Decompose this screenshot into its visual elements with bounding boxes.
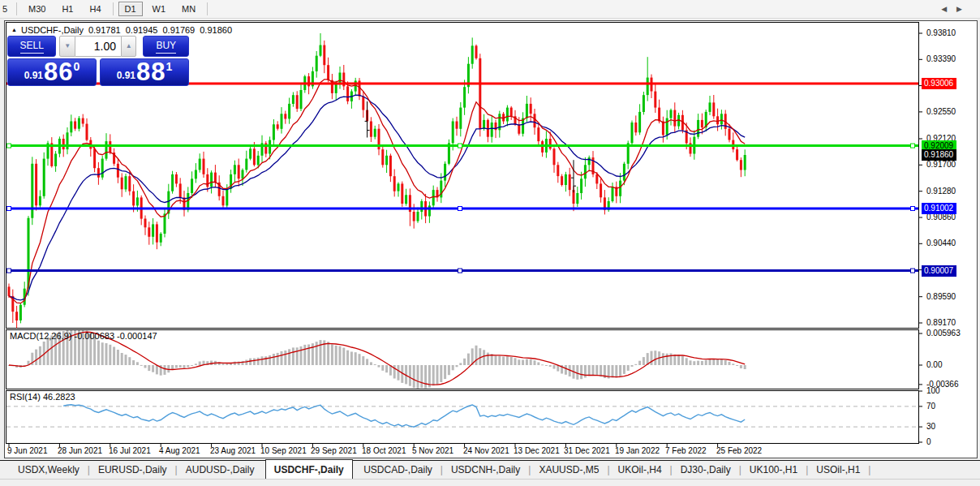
tab-usdchf-daily[interactable]: USDCHF-,Daily	[265, 459, 353, 479]
ohlc-open: 0.91781	[88, 25, 121, 35]
timeframe-button-mn[interactable]: MN	[175, 2, 202, 16]
rsi-tick: 30	[926, 422, 935, 431]
x-axis-label: 25 Feb 2022	[716, 446, 762, 455]
price-tick: 0.89170	[926, 318, 956, 327]
timeframe-button-m30[interactable]: M30	[22, 2, 52, 16]
hline-anchor[interactable]	[911, 144, 915, 148]
macd-tick: 0.005963	[926, 329, 961, 338]
toolbar-separator	[113, 2, 114, 15]
buy-button[interactable]: BUY	[143, 36, 189, 57]
symbol-tab-bar: USDX,Weekly|EURUSD-,Daily|AUDUSD-,Daily …	[0, 460, 980, 479]
timeframe-button-w1[interactable]: W1	[146, 2, 173, 16]
hline-anchor[interactable]	[7, 144, 11, 148]
hline-anchor[interactable]	[458, 207, 462, 211]
x-axis-label: 24 Nov 2021	[463, 446, 509, 455]
x-axis-label: 10 Sep 2021	[260, 446, 307, 455]
rsi-tick: 100	[926, 386, 940, 395]
price-tick: 0.91700	[926, 160, 956, 169]
hline-anchor[interactable]	[458, 269, 462, 273]
tab-scroll-arrows: ◀▶	[941, 5, 972, 13]
x-axis-label: 18 Oct 2021	[362, 446, 406, 455]
price-tick: 0.90440	[926, 239, 956, 247]
toolbar-separator	[207, 2, 208, 15]
x-axis-label: 16 Jul 2021	[109, 446, 151, 455]
current-price-tag: 0.91860	[922, 149, 956, 161]
tab-ukoil-h4[interactable]: UKOil-,H4	[610, 462, 670, 479]
sell-price-pips: 86	[44, 60, 73, 84]
ohlc-close: 0.91860	[200, 25, 232, 35]
rsi-panel[interactable]	[6, 391, 919, 444]
tab-usdcnh-daily[interactable]: USDCNH-,Daily	[443, 462, 528, 479]
rsi-indicator-label: RSI(14) 46.2823	[10, 392, 75, 402]
buy-price-prefix: 0.91	[117, 70, 135, 81]
timeframe-button-h1[interactable]: H1	[55, 2, 80, 16]
price-tick: 0.91280	[926, 187, 956, 196]
price-tag-resistance-red: 0.93006	[922, 78, 956, 89]
hline-anchor[interactable]	[7, 269, 11, 273]
timeframe-button-h4[interactable]: H4	[83, 2, 107, 16]
volume-increase-button[interactable]: ▲	[121, 36, 137, 57]
price-tick: 0.93810	[926, 28, 956, 37]
hline-anchor[interactable]	[458, 144, 462, 148]
x-axis-label: 7 Feb 2022	[665, 446, 707, 455]
x-axis-label: 29 Sep 2021	[311, 446, 357, 455]
one-click-trade-panel: SELL ▼ ▲ BUY 0.91860 0.91881	[7, 36, 189, 86]
sell-price-point: 0	[74, 60, 80, 73]
chart-window: ▲USDCHF-,Daily0.917810.919450.917690.918…	[4, 20, 978, 458]
rsi-tick: 0	[926, 437, 931, 446]
x-axis-label: 19 Jan 2022	[615, 446, 660, 455]
ohlc-low: 0.91769	[162, 25, 195, 35]
timeframe-button-5[interactable]: 5	[0, 2, 11, 16]
volume-input[interactable]	[75, 36, 121, 57]
x-axis-label: 9 Jun 2021	[7, 446, 48, 455]
toolbar-separator	[16, 2, 17, 15]
sell-price-prefix: 0.91	[24, 70, 43, 81]
macd-indicator-label: MACD(12,26,9) -0.000683 -0.000147	[10, 331, 157, 341]
price-tick: 0.93390	[926, 54, 956, 63]
tab-eurusd-daily[interactable]: EURUSD-,Daily	[90, 462, 175, 479]
collapse-arrow-icon[interactable]: ▲	[11, 27, 17, 32]
tab-usdx-weekly[interactable]: USDX,Weekly	[10, 462, 88, 479]
tab-usdcad-daily[interactable]: USDCAD-,Daily	[355, 462, 441, 479]
x-axis-label: 23 Aug 2021	[210, 446, 256, 455]
macd-tick: 0.00	[926, 360, 942, 369]
status-bar-strip	[0, 479, 980, 486]
chart-symbol-title: USDCHF-,Daily	[21, 25, 84, 35]
tab-uk100-h1[interactable]: UK100-,H1	[741, 462, 806, 479]
hline-anchor[interactable]	[7, 207, 11, 211]
hline-anchor[interactable]	[911, 207, 915, 211]
x-axis-label: 4 Aug 2021	[159, 446, 200, 455]
buy-price-point: 1	[166, 60, 173, 73]
price-tag-support-navy: 0.90007	[922, 265, 956, 277]
tab-audusd-daily[interactable]: AUDUSD-,Daily	[178, 462, 263, 479]
sell-price-display[interactable]: 0.91860	[7, 58, 97, 86]
buy-price-pips: 88	[136, 60, 165, 84]
tab-scroll-right-icon[interactable]: ▶	[956, 5, 972, 13]
price-tick: 0.89590	[926, 292, 956, 301]
timeframe-toolbar: 5M30H1H4D1W1MN	[0, 0, 980, 19]
tab-usoil-h1[interactable]: USOil-,H1	[808, 462, 868, 479]
x-axis-label: 5 Nov 2021	[412, 446, 453, 455]
timeframe-button-d1[interactable]: D1	[118, 2, 143, 16]
tab-scroll-left-icon[interactable]: ◀	[941, 5, 956, 13]
hline-anchor[interactable]	[911, 269, 915, 273]
x-axis-label: 28 Jun 2021	[58, 446, 102, 455]
tab-xauusd-m5[interactable]: XAUUSD-,M5	[531, 462, 607, 479]
x-axis-label: 13 Dec 2021	[514, 446, 560, 455]
volume-decrease-button[interactable]: ▼	[59, 36, 75, 57]
buy-price-display[interactable]: 0.91881	[100, 58, 189, 86]
tab-dj30-daily[interactable]: DJ30-,Daily	[673, 462, 739, 479]
chart-plot[interactable]	[6, 22, 978, 458]
sell-button[interactable]: SELL	[7, 36, 56, 57]
rsi-tick: 70	[926, 402, 935, 411]
ohlc-high: 0.91945	[126, 25, 158, 35]
x-axis-label: 31 Dec 2021	[564, 446, 610, 455]
price-tag-support-blue: 0.91002	[922, 203, 956, 214]
price-tick: 0.92550	[926, 107, 956, 116]
chart-header: ▲USDCHF-,Daily0.917810.919450.917690.918…	[11, 25, 232, 35]
